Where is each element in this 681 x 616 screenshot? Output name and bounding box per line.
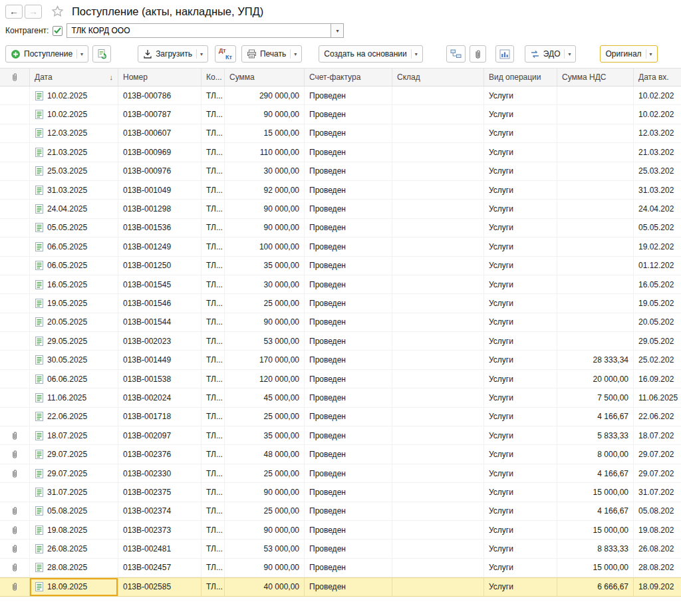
operation-cell[interactable]: Услуги: [484, 445, 557, 463]
date-cell[interactable]: 10.02.2025: [30, 105, 118, 123]
operation-cell[interactable]: Услуги: [484, 426, 557, 444]
column-header-date-in[interactable]: Дата вх.: [634, 69, 681, 86]
date-cell[interactable]: 05.05.2025: [30, 219, 118, 237]
counterparty-cell[interactable]: ТЛ...: [202, 370, 225, 388]
sum-cell[interactable]: 90 000,00: [225, 483, 305, 501]
table-row[interactable]: 31.03.2025013В-001049ТЛ...92 000,00Прове…: [0, 181, 681, 200]
counterparty-cell[interactable]: ТЛ...: [202, 237, 225, 255]
operation-cell[interactable]: Услуги: [484, 408, 557, 426]
number-cell[interactable]: 013В-002373: [118, 521, 202, 539]
vat-cell[interactable]: [557, 237, 634, 255]
vat-cell[interactable]: 15 000,00: [557, 521, 634, 539]
sum-cell[interactable]: 90 000,00: [225, 219, 305, 237]
date-cell[interactable]: 12.03.2025: [30, 124, 118, 142]
operation-cell[interactable]: Услуги: [484, 86, 557, 104]
table-row[interactable]: 05.08.2025013В-002374ТЛ...25 000,00Прове…: [0, 502, 681, 521]
invoice-status-cell[interactable]: Проведен: [305, 502, 392, 520]
sum-cell[interactable]: 25 000,00: [225, 408, 305, 426]
vat-cell[interactable]: [557, 313, 634, 331]
invoice-status-cell[interactable]: Проведен: [305, 445, 392, 463]
sum-cell[interactable]: 90 000,00: [225, 521, 305, 539]
table-row[interactable]: 22.06.2025013В-001718ТЛ...25 000,00Прове…: [0, 408, 681, 426]
counterparty-cell[interactable]: ТЛ...: [202, 219, 225, 237]
table-row[interactable]: 10.02.2025013В-000786ТЛ...290 000,00Пров…: [0, 86, 681, 105]
vat-cell[interactable]: 4 166,67: [557, 464, 634, 482]
date-cell[interactable]: 25.03.2025: [30, 162, 118, 180]
table-row[interactable]: 26.08.2025013В-002481ТЛ...53 000,00Прове…: [0, 539, 681, 558]
invoice-status-cell[interactable]: Проведен: [305, 351, 392, 369]
number-cell[interactable]: 013В-000786: [118, 86, 202, 104]
table-row[interactable]: 06.05.2025013В-001250ТЛ...35 000,00Прове…: [0, 257, 681, 275]
counterparty-cell[interactable]: ТЛ...: [202, 521, 225, 539]
invoice-status-cell[interactable]: Проведен: [305, 559, 392, 577]
warehouse-cell[interactable]: [392, 521, 484, 539]
date-in-cell[interactable]: 26.08.202: [634, 539, 681, 557]
date-cell[interactable]: 29.07.2025: [30, 464, 118, 482]
date-cell[interactable]: 29.05.2025: [30, 332, 118, 350]
edo-button[interactable]: ЭДО ▾: [525, 45, 577, 63]
column-header-counterparty[interactable]: Ко...: [202, 69, 225, 86]
counterparty-cell[interactable]: ТЛ...: [202, 445, 225, 463]
invoice-status-cell[interactable]: Проведен: [305, 370, 392, 388]
date-cell[interactable]: 31.07.2025: [30, 483, 118, 501]
sum-cell[interactable]: 40 000,00: [225, 578, 305, 595]
create-based-on-button[interactable]: Создать на основании ▾: [319, 45, 423, 63]
date-cell[interactable]: 06.06.2025: [30, 370, 118, 388]
date-in-cell[interactable]: 18.09.202: [634, 578, 681, 595]
operation-cell[interactable]: Услуги: [484, 294, 557, 312]
warehouse-cell[interactable]: [392, 370, 484, 388]
column-header-warehouse[interactable]: Склад: [392, 69, 484, 86]
warehouse-cell[interactable]: [392, 445, 484, 463]
warehouse-cell[interactable]: [392, 124, 484, 142]
invoice-status-cell[interactable]: Проведен: [305, 275, 392, 293]
counterparty-cell[interactable]: ТЛ...: [202, 332, 225, 350]
date-cell[interactable]: 28.08.2025: [30, 559, 118, 577]
counterparty-cell[interactable]: ТЛ...: [202, 275, 225, 293]
number-cell[interactable]: 013В-000969: [118, 143, 202, 161]
date-cell[interactable]: 24.04.2025: [30, 200, 118, 218]
invoice-status-cell[interactable]: Проведен: [305, 143, 392, 161]
counterparty-cell[interactable]: ТЛ...: [202, 426, 225, 444]
counterparty-cell[interactable]: ТЛ...: [202, 124, 225, 142]
counterparty-cell[interactable]: ТЛ...: [202, 559, 225, 577]
invoice-status-cell[interactable]: Проведен: [305, 162, 392, 180]
vat-cell[interactable]: [557, 219, 634, 237]
warehouse-cell[interactable]: [392, 559, 484, 577]
operation-cell[interactable]: Услуги: [484, 539, 557, 557]
date-in-cell[interactable]: 25.02.202: [634, 351, 681, 369]
forward-button[interactable]: →: [25, 5, 42, 19]
column-header-operation[interactable]: Вид операции: [484, 69, 557, 86]
number-cell[interactable]: 013В-001298: [118, 200, 202, 218]
counterparty-cell[interactable]: ТЛ...: [202, 162, 225, 180]
table-row[interactable]: 12.03.2025013В-000607ТЛ...15 000,00Прове…: [0, 124, 681, 143]
date-in-cell[interactable]: 12.03.202: [634, 124, 681, 142]
counterparty-cell[interactable]: ТЛ...: [202, 143, 225, 161]
operation-cell[interactable]: Услуги: [484, 521, 557, 539]
date-in-cell[interactable]: 24.04.202: [634, 200, 681, 218]
related-documents-button[interactable]: [446, 45, 466, 63]
number-cell[interactable]: 013В-002097: [118, 426, 202, 444]
table-row[interactable]: 29.05.2025013В-002023ТЛ...53 000,00Прове…: [0, 332, 681, 351]
date-in-cell[interactable]: 19.02.202: [634, 237, 681, 255]
table-row[interactable]: 20.05.2025013В-001544ТЛ...90 000,00Прове…: [0, 313, 681, 332]
date-cell[interactable]: 05.08.2025: [30, 502, 118, 520]
column-header-vat[interactable]: Сумма НДС: [557, 69, 634, 86]
column-header-date[interactable]: Дата ↓: [30, 69, 118, 86]
table-row[interactable]: 19.05.2025013В-001546ТЛ...25 000,00Прове…: [0, 294, 681, 313]
warehouse-cell[interactable]: [392, 181, 484, 199]
counterparty-cell[interactable]: ТЛ...: [202, 313, 225, 331]
print-button[interactable]: Печать ▾: [241, 45, 302, 63]
date-in-cell[interactable]: 29.07.202: [634, 445, 681, 463]
number-cell[interactable]: 013В-001049: [118, 181, 202, 199]
invoice-status-cell[interactable]: Проведен: [305, 237, 392, 255]
table-row[interactable]: 10.02.2025013В-000787ТЛ...90 000,00Прове…: [0, 105, 681, 124]
invoice-status-cell[interactable]: Проведен: [305, 521, 392, 539]
operation-cell[interactable]: Услуги: [484, 313, 557, 331]
invoice-status-cell[interactable]: Проведен: [305, 124, 392, 142]
operation-cell[interactable]: Услуги: [484, 370, 557, 388]
warehouse-cell[interactable]: [392, 408, 484, 426]
number-cell[interactable]: 013В-001544: [118, 313, 202, 331]
sum-cell[interactable]: 110 000,00: [225, 143, 305, 161]
number-cell[interactable]: 013В-001250: [118, 257, 202, 275]
operation-cell[interactable]: Услуги: [484, 483, 557, 501]
